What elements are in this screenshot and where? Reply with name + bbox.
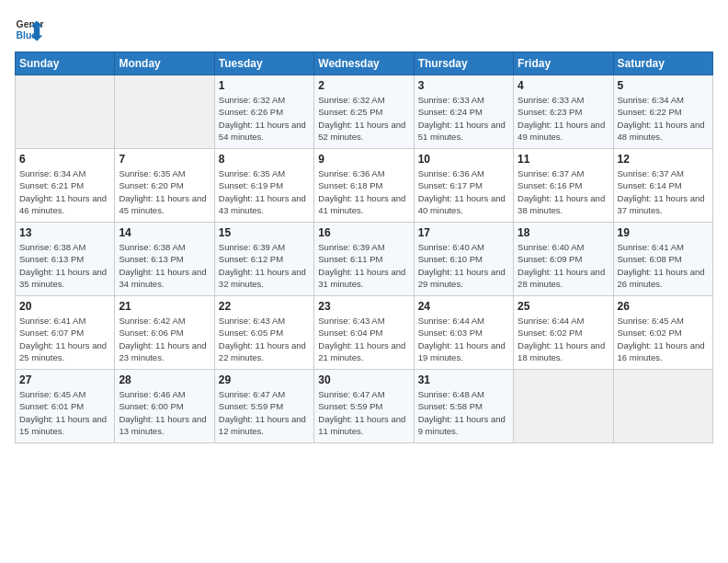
logo: General Blue bbox=[15, 15, 44, 44]
calendar-cell: 12Sunrise: 6:37 AM Sunset: 6:14 PM Dayli… bbox=[613, 149, 712, 223]
day-number: 28 bbox=[119, 373, 210, 386]
day-info: Sunrise: 6:48 AM Sunset: 5:58 PM Dayligh… bbox=[418, 388, 509, 437]
day-number: 12 bbox=[618, 153, 709, 166]
calendar-week-row: 20Sunrise: 6:41 AM Sunset: 6:07 PM Dayli… bbox=[16, 296, 713, 370]
calendar-cell: 20Sunrise: 6:41 AM Sunset: 6:07 PM Dayli… bbox=[16, 296, 115, 370]
calendar-week-row: 1Sunrise: 6:32 AM Sunset: 6:26 PM Daylig… bbox=[16, 75, 713, 149]
day-info: Sunrise: 6:43 AM Sunset: 6:04 PM Dayligh… bbox=[318, 315, 409, 363]
weekday-header-cell: Wednesday bbox=[314, 52, 414, 75]
calendar-cell: 29Sunrise: 6:47 AM Sunset: 5:59 PM Dayli… bbox=[214, 370, 313, 443]
day-info: Sunrise: 6:44 AM Sunset: 6:03 PM Dayligh… bbox=[418, 315, 509, 363]
calendar-cell: 14Sunrise: 6:38 AM Sunset: 6:13 PM Dayli… bbox=[115, 223, 214, 296]
day-number: 2 bbox=[318, 79, 409, 92]
day-number: 29 bbox=[219, 373, 310, 386]
day-number: 22 bbox=[219, 300, 310, 313]
day-number: 13 bbox=[19, 226, 110, 239]
calendar-cell: 19Sunrise: 6:41 AM Sunset: 6:08 PM Dayli… bbox=[613, 223, 712, 296]
day-info: Sunrise: 6:33 AM Sunset: 6:23 PM Dayligh… bbox=[518, 94, 609, 143]
day-number: 15 bbox=[219, 226, 310, 239]
calendar-week-row: 13Sunrise: 6:38 AM Sunset: 6:13 PM Dayli… bbox=[16, 223, 713, 296]
day-number: 16 bbox=[318, 226, 409, 239]
day-number: 27 bbox=[19, 373, 110, 386]
day-info: Sunrise: 6:42 AM Sunset: 6:06 PM Dayligh… bbox=[119, 315, 210, 363]
day-info: Sunrise: 6:36 AM Sunset: 6:17 PM Dayligh… bbox=[418, 167, 509, 216]
day-info: Sunrise: 6:39 AM Sunset: 6:11 PM Dayligh… bbox=[318, 241, 409, 290]
calendar-cell: 24Sunrise: 6:44 AM Sunset: 6:03 PM Dayli… bbox=[414, 296, 513, 370]
calendar-cell: 13Sunrise: 6:38 AM Sunset: 6:13 PM Dayli… bbox=[16, 223, 115, 296]
day-info: Sunrise: 6:39 AM Sunset: 6:12 PM Dayligh… bbox=[219, 241, 310, 290]
day-number: 23 bbox=[318, 300, 409, 313]
logo-icon: General Blue bbox=[15, 15, 44, 44]
day-number: 14 bbox=[119, 226, 210, 239]
calendar-cell: 7Sunrise: 6:35 AM Sunset: 6:20 PM Daylig… bbox=[115, 149, 214, 223]
day-info: Sunrise: 6:34 AM Sunset: 6:22 PM Dayligh… bbox=[618, 94, 709, 143]
calendar-cell: 30Sunrise: 6:47 AM Sunset: 5:59 PM Dayli… bbox=[314, 370, 414, 443]
calendar-cell: 23Sunrise: 6:43 AM Sunset: 6:04 PM Dayli… bbox=[314, 296, 414, 370]
weekday-header-cell: Tuesday bbox=[214, 52, 313, 75]
day-info: Sunrise: 6:43 AM Sunset: 6:05 PM Dayligh… bbox=[219, 315, 310, 363]
day-info: Sunrise: 6:38 AM Sunset: 6:13 PM Dayligh… bbox=[119, 241, 210, 290]
day-number: 24 bbox=[418, 300, 509, 313]
calendar-cell: 18Sunrise: 6:40 AM Sunset: 6:09 PM Dayli… bbox=[514, 223, 613, 296]
calendar-cell bbox=[115, 75, 214, 149]
day-number: 18 bbox=[518, 226, 609, 239]
day-info: Sunrise: 6:44 AM Sunset: 6:02 PM Dayligh… bbox=[518, 315, 609, 363]
calendar-body: 1Sunrise: 6:32 AM Sunset: 6:26 PM Daylig… bbox=[16, 75, 713, 443]
day-number: 26 bbox=[618, 300, 709, 313]
calendar-cell: 21Sunrise: 6:42 AM Sunset: 6:06 PM Dayli… bbox=[115, 296, 214, 370]
day-info: Sunrise: 6:47 AM Sunset: 5:59 PM Dayligh… bbox=[318, 388, 409, 437]
page-header: General Blue bbox=[15, 15, 713, 44]
weekday-header-row: SundayMondayTuesdayWednesdayThursdayFrid… bbox=[16, 52, 713, 75]
day-number: 11 bbox=[518, 153, 609, 166]
day-number: 19 bbox=[618, 226, 709, 239]
day-info: Sunrise: 6:40 AM Sunset: 6:09 PM Dayligh… bbox=[518, 241, 609, 290]
calendar-cell: 4Sunrise: 6:33 AM Sunset: 6:23 PM Daylig… bbox=[514, 75, 613, 149]
weekday-header-cell: Thursday bbox=[414, 52, 513, 75]
calendar-cell: 26Sunrise: 6:45 AM Sunset: 6:02 PM Dayli… bbox=[613, 296, 712, 370]
day-info: Sunrise: 6:37 AM Sunset: 6:16 PM Dayligh… bbox=[518, 167, 609, 216]
day-info: Sunrise: 6:46 AM Sunset: 6:00 PM Dayligh… bbox=[119, 388, 210, 437]
weekday-header-cell: Monday bbox=[115, 52, 214, 75]
day-info: Sunrise: 6:36 AM Sunset: 6:18 PM Dayligh… bbox=[318, 167, 409, 216]
day-info: Sunrise: 6:32 AM Sunset: 6:26 PM Dayligh… bbox=[219, 94, 310, 143]
calendar-cell: 6Sunrise: 6:34 AM Sunset: 6:21 PM Daylig… bbox=[16, 149, 115, 223]
day-number: 21 bbox=[119, 300, 210, 313]
calendar-cell bbox=[613, 370, 712, 443]
day-number: 31 bbox=[418, 373, 509, 386]
calendar-cell: 1Sunrise: 6:32 AM Sunset: 6:26 PM Daylig… bbox=[214, 75, 313, 149]
calendar-cell: 15Sunrise: 6:39 AM Sunset: 6:12 PM Dayli… bbox=[214, 223, 313, 296]
calendar-cell: 17Sunrise: 6:40 AM Sunset: 6:10 PM Dayli… bbox=[414, 223, 513, 296]
calendar-cell: 8Sunrise: 6:35 AM Sunset: 6:19 PM Daylig… bbox=[214, 149, 313, 223]
calendar-cell: 28Sunrise: 6:46 AM Sunset: 6:00 PM Dayli… bbox=[115, 370, 214, 443]
day-number: 7 bbox=[119, 153, 210, 166]
calendar-cell: 16Sunrise: 6:39 AM Sunset: 6:11 PM Dayli… bbox=[314, 223, 414, 296]
day-number: 3 bbox=[418, 79, 509, 92]
day-info: Sunrise: 6:45 AM Sunset: 6:01 PM Dayligh… bbox=[19, 388, 110, 437]
weekday-header-cell: Saturday bbox=[613, 52, 712, 75]
day-number: 25 bbox=[518, 300, 609, 313]
calendar-cell: 22Sunrise: 6:43 AM Sunset: 6:05 PM Dayli… bbox=[214, 296, 313, 370]
calendar-cell: 2Sunrise: 6:32 AM Sunset: 6:25 PM Daylig… bbox=[314, 75, 414, 149]
day-number: 1 bbox=[219, 79, 310, 92]
calendar-cell: 11Sunrise: 6:37 AM Sunset: 6:16 PM Dayli… bbox=[514, 149, 613, 223]
day-info: Sunrise: 6:34 AM Sunset: 6:21 PM Dayligh… bbox=[19, 167, 110, 216]
calendar-cell bbox=[16, 75, 115, 149]
calendar-cell: 9Sunrise: 6:36 AM Sunset: 6:18 PM Daylig… bbox=[314, 149, 414, 223]
calendar-week-row: 6Sunrise: 6:34 AM Sunset: 6:21 PM Daylig… bbox=[16, 149, 713, 223]
calendar-week-row: 27Sunrise: 6:45 AM Sunset: 6:01 PM Dayli… bbox=[16, 370, 713, 443]
calendar-table: SundayMondayTuesdayWednesdayThursdayFrid… bbox=[15, 52, 713, 443]
day-info: Sunrise: 6:35 AM Sunset: 6:20 PM Dayligh… bbox=[119, 167, 210, 216]
day-number: 6 bbox=[19, 153, 110, 166]
calendar-cell: 10Sunrise: 6:36 AM Sunset: 6:17 PM Dayli… bbox=[414, 149, 513, 223]
day-number: 17 bbox=[418, 226, 509, 239]
weekday-header-cell: Sunday bbox=[16, 52, 115, 75]
day-number: 10 bbox=[418, 153, 509, 166]
day-number: 20 bbox=[19, 300, 110, 313]
calendar-cell: 27Sunrise: 6:45 AM Sunset: 6:01 PM Dayli… bbox=[16, 370, 115, 443]
day-info: Sunrise: 6:47 AM Sunset: 5:59 PM Dayligh… bbox=[219, 388, 310, 437]
day-info: Sunrise: 6:33 AM Sunset: 6:24 PM Dayligh… bbox=[418, 94, 509, 143]
day-info: Sunrise: 6:35 AM Sunset: 6:19 PM Dayligh… bbox=[219, 167, 310, 216]
day-number: 9 bbox=[318, 153, 409, 166]
calendar-cell: 31Sunrise: 6:48 AM Sunset: 5:58 PM Dayli… bbox=[414, 370, 513, 443]
calendar-cell: 5Sunrise: 6:34 AM Sunset: 6:22 PM Daylig… bbox=[613, 75, 712, 149]
